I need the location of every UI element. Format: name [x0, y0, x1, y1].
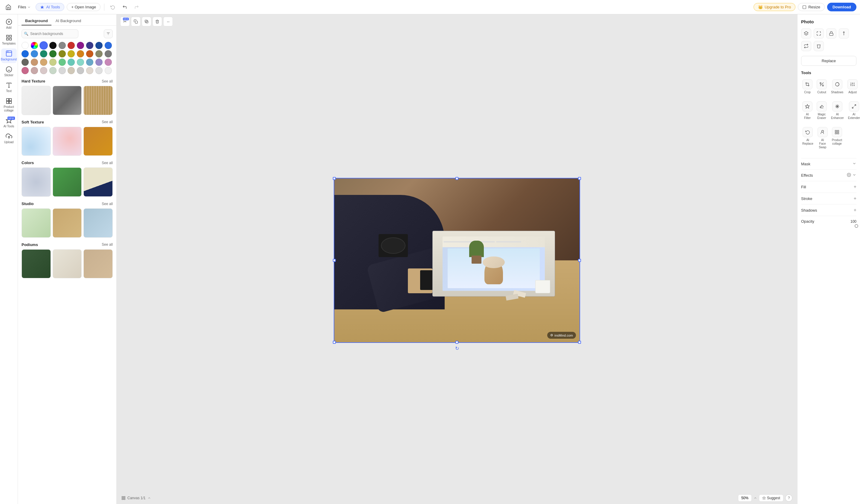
swatch-cream[interactable]: [68, 67, 75, 74]
swatch-rose[interactable]: [31, 67, 38, 74]
swatch-blue2[interactable]: [105, 42, 112, 49]
swatch-rust[interactable]: [86, 50, 93, 57]
effects-collapse-icon[interactable]: [852, 173, 856, 178]
zoom-level-display[interactable]: 50%: [738, 494, 752, 502]
hard-texture-see-all[interactable]: See all: [102, 79, 113, 83]
sidebar-item-upload[interactable]: Upload: [1, 131, 17, 146]
swatch-sand[interactable]: [40, 59, 47, 66]
filter-button[interactable]: [104, 29, 113, 38]
swatch-orange[interactable]: [77, 50, 84, 57]
soft-texture-see-all[interactable]: See all: [102, 120, 113, 124]
soft-texture-2[interactable]: [53, 127, 82, 156]
sidebar-item-add[interactable]: Add: [1, 17, 17, 31]
swatch-silver[interactable]: [77, 67, 84, 74]
mask-section[interactable]: Mask: [801, 158, 856, 170]
swatch-yellow[interactable]: [68, 50, 75, 57]
swatch-sage[interactable]: [49, 67, 57, 74]
swatch-rainbow[interactable]: [31, 42, 38, 49]
swatch-mid-gray[interactable]: [105, 50, 112, 57]
sidebar-item-ai-tools[interactable]: NEW AI Tools: [1, 115, 17, 130]
layers-icon-btn[interactable]: [801, 28, 811, 39]
swatch-light-gray[interactable]: [59, 67, 66, 74]
align-icon-btn[interactable]: [839, 28, 849, 39]
swatch-sky[interactable]: [86, 59, 93, 66]
tool-ai-enhancer[interactable]: AI Enhancer: [830, 100, 845, 122]
swatch-dark-gray[interactable]: [22, 59, 29, 66]
swatch-lime[interactable]: [49, 59, 57, 66]
flip-icon-btn[interactable]: [801, 41, 811, 51]
colors-see-all[interactable]: See all: [102, 161, 113, 165]
stroke-section[interactable]: Stroke +: [801, 192, 856, 204]
swatch-teal[interactable]: [40, 50, 47, 57]
swatch-turquoise[interactable]: [68, 59, 75, 66]
redo-button[interactable]: [132, 2, 141, 12]
swatch-white[interactable]: [22, 42, 29, 49]
tool-ai-replace[interactable]: AI Replace: [801, 125, 815, 151]
swatch-lavender[interactable]: [96, 59, 103, 66]
replace-button[interactable]: Replace: [801, 56, 856, 66]
color-bg-3[interactable]: [83, 168, 113, 197]
swatch-lightblue[interactable]: [31, 50, 38, 57]
reset-button[interactable]: [108, 2, 117, 12]
sidebar-item-text[interactable]: Text: [1, 80, 17, 95]
swatch-mauve[interactable]: [105, 59, 112, 66]
upgrade-button[interactable]: 👑 Upgrade to Pro: [754, 3, 796, 11]
fill-add-icon[interactable]: +: [854, 184, 856, 189]
shadows-add-icon[interactable]: +: [854, 207, 856, 213]
smart-cutout-button[interactable]: ✂ NEW: [120, 17, 130, 26]
studio-see-all[interactable]: See all: [102, 202, 113, 206]
swatch-green[interactable]: [49, 50, 57, 57]
color-bg-1[interactable]: [22, 168, 51, 197]
swatch-blue3[interactable]: [22, 50, 29, 57]
swatch-pink[interactable]: [22, 67, 29, 74]
swatch-dark-blue[interactable]: [86, 42, 93, 49]
handle-bottom-center[interactable]: [455, 341, 458, 344]
podium-3[interactable]: [83, 249, 113, 278]
effects-section[interactable]: Effects: [801, 170, 856, 181]
sidebar-item-background[interactable]: Background: [1, 48, 17, 63]
tool-shadows[interactable]: Shadows: [830, 77, 844, 96]
swatch-black[interactable]: [49, 42, 57, 49]
tool-ai-extender[interactable]: AI Extender: [847, 100, 860, 122]
fill-section[interactable]: Fill +: [801, 181, 856, 192]
opacity-thumb[interactable]: [855, 224, 858, 228]
tool-cutout[interactable]: Cutout: [815, 77, 828, 96]
home-button[interactable]: [4, 2, 13, 12]
tool-magic-eraser[interactable]: Magic Eraser: [815, 100, 828, 122]
swatch-tan[interactable]: [31, 59, 38, 66]
tool-crop[interactable]: Crop: [801, 77, 814, 96]
podium-2[interactable]: [53, 249, 82, 278]
undo-button[interactable]: [120, 2, 129, 12]
transform-icon-btn[interactable]: [814, 28, 824, 39]
swatch-olive[interactable]: [59, 50, 66, 57]
sidebar-item-sticker[interactable]: Sticker: [1, 64, 17, 79]
hard-texture-2[interactable]: [53, 86, 82, 115]
download-button[interactable]: Download: [827, 3, 856, 11]
podium-1[interactable]: [22, 249, 51, 278]
tool-ai-filter[interactable]: AI Filter: [801, 100, 814, 122]
resize-button[interactable]: Resize: [798, 3, 825, 11]
stroke-add-icon[interactable]: +: [854, 196, 856, 201]
handle-top-center[interactable]: [455, 177, 458, 180]
mask-collapse-icon[interactable]: [852, 161, 856, 167]
swatch-khaki[interactable]: [96, 50, 103, 57]
lock-icon-btn[interactable]: [826, 28, 836, 39]
tool-ai-face-swap[interactable]: AI Face Swap: [816, 125, 829, 151]
delete-button[interactable]: [153, 17, 162, 26]
hard-texture-3[interactable]: [83, 86, 113, 115]
swatch-purple[interactable]: [77, 42, 84, 49]
suggest-button[interactable]: Suggest: [759, 494, 784, 502]
handle-bottom-left[interactable]: [333, 341, 336, 344]
shadows-section[interactable]: Shadows +: [801, 204, 856, 216]
handle-top-left[interactable]: [333, 177, 336, 180]
podiums-see-all[interactable]: See all: [102, 242, 113, 247]
handle-bottom-right[interactable]: [578, 341, 581, 344]
files-menu[interactable]: Files: [16, 4, 33, 11]
soft-texture-1[interactable]: [22, 127, 51, 156]
soft-texture-3[interactable]: [83, 127, 113, 156]
tool-product-collage[interactable]: Product collage: [831, 125, 843, 151]
swatch-aqua[interactable]: [77, 59, 84, 66]
tab-background[interactable]: Background: [22, 17, 52, 25]
studio-1[interactable]: [22, 208, 51, 237]
swatch-very-light-gray[interactable]: [105, 67, 112, 74]
